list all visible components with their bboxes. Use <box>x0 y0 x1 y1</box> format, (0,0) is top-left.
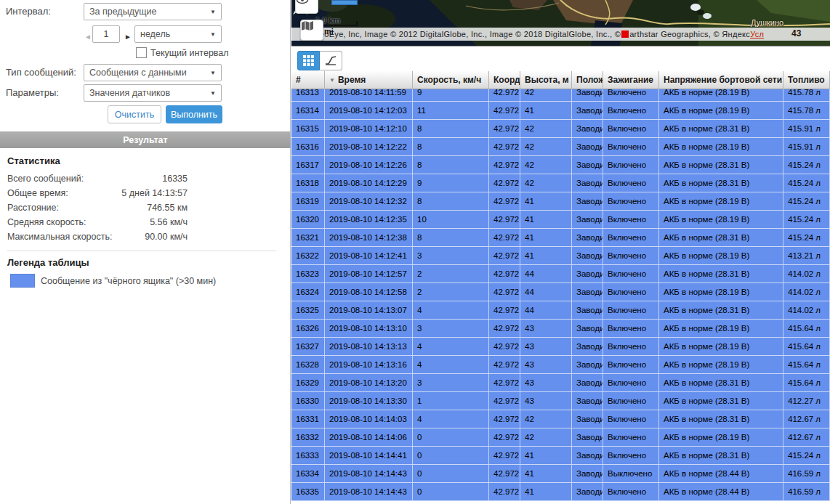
table-cell: 415.24 л <box>783 174 830 192</box>
column-header[interactable]: Зажигание <box>603 71 659 89</box>
message-type-dropdown[interactable]: Сообщения с данными ▼ <box>84 64 222 81</box>
column-label: Высота, м <box>525 75 569 85</box>
table-cell: Включено <box>603 374 659 391</box>
table-row[interactable]: 163202019-08-10 14:12:351042.97241Заводи… <box>291 211 830 229</box>
table-row[interactable]: 163222019-08-10 14:12:41342.97241ЗаводиВ… <box>291 247 830 265</box>
table-row[interactable]: 163272019-08-10 14:13:13442.97243ЗаводиВ… <box>291 338 830 356</box>
table-row[interactable]: 163212019-08-10 14:12:38842.97241ЗаводиВ… <box>291 229 830 247</box>
statistics-list: Всего сообщений:16335Общее время:5 дней … <box>7 171 188 244</box>
table-cell: Включено <box>603 211 659 228</box>
table-row[interactable]: 163262019-08-10 14:13:10342.97243ЗаводиВ… <box>291 320 830 338</box>
table-row[interactable]: 163312019-08-10 14:14:03442.97242ЗаводиВ… <box>291 410 830 428</box>
table-cell: 3 <box>413 247 489 264</box>
table-row[interactable]: 163172019-08-10 14:12:26842.97242ЗаводиВ… <box>291 156 830 174</box>
table-row[interactable]: 163132019-08-10 14:11:59942.97242ЗаводиВ… <box>291 89 830 102</box>
result-header: Результат <box>0 131 291 148</box>
column-header[interactable]: ▼Время <box>325 71 413 89</box>
legend-item-label: Сообщение из "чёрного ящика" (>30 мин) <box>41 276 216 286</box>
column-header[interactable]: Коорд <box>489 71 520 89</box>
table-body[interactable]: 163132019-08-10 14:11:59942.97242ЗаводиВ… <box>291 89 830 504</box>
table-row[interactable]: 163352019-08-10 14:14:43042.97241ЗаводиВ… <box>291 483 830 501</box>
table-row[interactable]: 163232019-08-10 14:12:57242.97244ЗаводиВ… <box>291 265 830 283</box>
table-cell: 0 <box>413 428 489 446</box>
table-cell: 4 <box>413 356 489 373</box>
table-row[interactable]: 163152019-08-10 14:12:10842.97242ЗаводиВ… <box>291 120 830 138</box>
table-cell: 412.27 л <box>783 392 830 410</box>
table-cell: 43 <box>520 356 572 373</box>
table-cell: Выключено <box>603 465 659 482</box>
table-cell: 2019-08-10 14:12:41 <box>325 247 413 264</box>
table-view-button[interactable] <box>297 51 320 70</box>
table-cell: Включено <box>603 265 659 283</box>
table-row[interactable]: 163332019-08-10 14:14:41042.97241ЗаводиВ… <box>291 447 830 465</box>
table-cell: 42.972 <box>489 174 520 192</box>
execute-button[interactable]: Выполнить <box>166 105 222 123</box>
table-cell: 9 <box>413 174 489 192</box>
table-row[interactable]: 163242019-08-10 14:12:58242.97244ЗаводиВ… <box>291 283 830 301</box>
chart-view-button[interactable] <box>320 51 342 70</box>
column-header[interactable]: Полож <box>572 71 603 89</box>
table-cell: 2 <box>413 265 489 283</box>
table-cell: АКБ в норме (28.19 В) <box>659 356 783 373</box>
column-header[interactable]: Высота, м <box>520 71 572 89</box>
table-row[interactable]: 163142019-08-10 14:12:031142.97241Заводи… <box>291 102 830 120</box>
column-header[interactable]: Топливо <box>783 71 830 89</box>
column-header[interactable]: Напряжение бортовой сети <box>659 71 783 89</box>
table-cell: 2019-08-10 14:13:16 <box>325 356 413 373</box>
table-cell: 42 <box>520 138 572 155</box>
table-cell: Заводи <box>572 447 603 464</box>
table-cell: 415.24 л <box>783 447 830 464</box>
table-cell: Заводи <box>572 483 603 500</box>
message-type-label: Тип сообщений: <box>6 67 76 78</box>
current-interval-label: Текущий интервал <box>150 48 229 58</box>
interval-count-input[interactable] <box>92 25 120 43</box>
table-cell: 41 <box>520 211 572 228</box>
table-row[interactable]: 163302019-08-10 14:13:30142.97243ЗаводиВ… <box>291 392 830 410</box>
table-cell: Включено <box>603 138 659 155</box>
table-row[interactable]: 163192019-08-10 14:12:32842.97241ЗаводиВ… <box>291 192 830 211</box>
table-row[interactable]: 163182019-08-10 14:12:29942.97242ЗаводиВ… <box>291 174 830 192</box>
map-control-partial[interactable] <box>331 0 358 5</box>
clear-button[interactable]: Очистить <box>108 105 161 123</box>
table-cell: АКБ в норме (28.31 В) <box>659 120 783 137</box>
table-cell: 415.78 л <box>783 89 830 101</box>
interval-dropdown[interactable]: За предыдущие ▼ <box>84 3 222 20</box>
current-interval-checkbox[interactable] <box>136 47 147 58</box>
table-cell: Заводи <box>572 265 603 283</box>
column-label: Напряжение бортовой сети <box>664 75 782 85</box>
column-header[interactable]: Скорость, км/ч <box>413 71 489 89</box>
table-row[interactable]: 163322019-08-10 14:14:06042.97242ЗаводиВ… <box>291 428 830 447</box>
table-row[interactable]: 163342019-08-10 14:14:43042.97241ЗаводиВ… <box>291 465 830 483</box>
statistic-row: Общее время:5 дней 14:13:57 <box>7 186 188 200</box>
table-cell: 16334 <box>291 465 325 482</box>
table-row[interactable]: 163282019-08-10 14:13:16442.97243ЗаводиВ… <box>291 356 830 374</box>
interval-unit-dropdown[interactable]: недель ▼ <box>134 25 222 43</box>
visibility-button[interactable] <box>295 0 318 14</box>
stepper-next-button[interactable]: ► <box>124 29 132 45</box>
table-cell: Включено <box>603 356 659 373</box>
table-row[interactable]: 163252019-08-10 14:13:07442.97244ЗаводиВ… <box>291 301 830 320</box>
table-cell: 2019-08-10 14:12:26 <box>325 156 413 174</box>
legend-color-swatch <box>10 274 35 288</box>
statistic-row: Всего сообщений:16335 <box>7 171 188 186</box>
column-header[interactable]: # <box>291 71 325 89</box>
table-cell: 2019-08-10 14:12:22 <box>325 138 413 155</box>
column-label: Коорд <box>493 75 520 85</box>
table-row[interactable]: 163162019-08-10 14:12:22842.97242ЗаводиВ… <box>291 138 830 156</box>
table-cell: 42 <box>520 410 572 428</box>
table-cell: 2019-08-10 14:12:38 <box>325 229 413 246</box>
results-area: GeoEye, Inc, Image © 2012 DigitalGlobe, … <box>291 0 830 504</box>
map-layers-button[interactable] <box>300 20 323 41</box>
table-cell: Включено <box>603 392 659 410</box>
table-cell: 4 <box>413 338 489 355</box>
attribution-terms-link[interactable]: Усл <box>750 30 764 38</box>
table-row[interactable]: 163292019-08-10 14:13:20342.97243ЗаводиВ… <box>291 374 830 392</box>
stepper-prev-button[interactable]: ◄ <box>84 29 92 45</box>
table-cell: Заводи <box>572 174 603 192</box>
map-view[interactable]: GeoEye, Inc, Image © 2012 DigitalGlobe, … <box>291 0 830 46</box>
table-cell: 16325 <box>291 301 325 319</box>
table-cell: 415.24 л <box>783 156 830 174</box>
params-dropdown[interactable]: Значения датчиков ▼ <box>84 84 222 102</box>
statistic-label: Максимальная скорость: <box>7 229 112 244</box>
table-cell: Заводи <box>572 229 603 246</box>
